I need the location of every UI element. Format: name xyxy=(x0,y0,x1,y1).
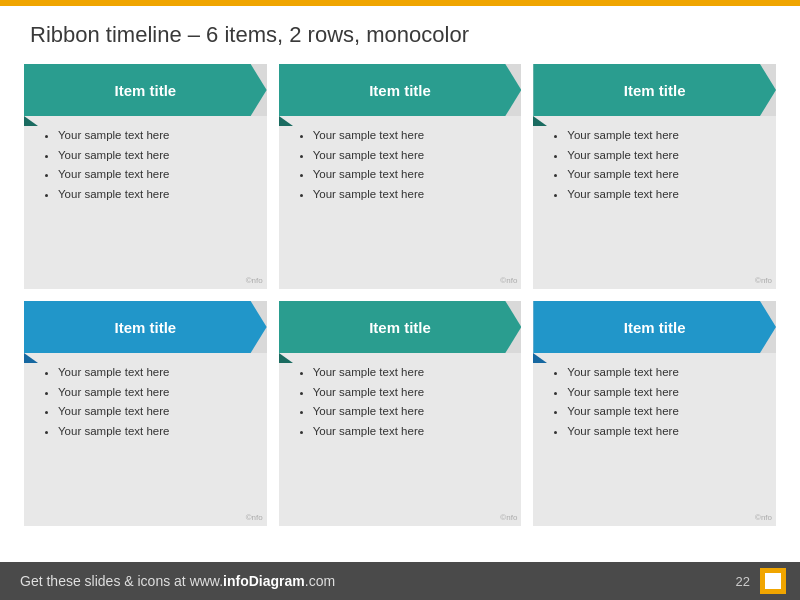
card-4-bullet-1: Your sample text here xyxy=(58,363,253,383)
footer-suffix: .com xyxy=(305,573,335,589)
card-5-bullet-4: Your sample text here xyxy=(313,422,508,442)
card-4-bullet-4: Your sample text here xyxy=(58,422,253,442)
card-5-bullet-2: Your sample text here xyxy=(313,383,508,403)
card-header-wrap-3: Item title xyxy=(533,64,776,116)
footer-prefix: Get these slides & icons at www. xyxy=(20,573,223,589)
footer-page-number: 22 xyxy=(736,574,750,589)
card-body-1: Your sample text hereYour sample text he… xyxy=(24,116,267,289)
card-1-bullet-2: Your sample text here xyxy=(58,146,253,166)
card-title-4: Item title xyxy=(24,301,267,353)
footer-logo-box xyxy=(760,568,786,594)
card-6-bullet-1: Your sample text here xyxy=(567,363,762,383)
card-header-wrap-6: Item title xyxy=(533,301,776,353)
card-2: Item titleYour sample text hereYour samp… xyxy=(279,64,522,289)
card-3-bullet-4: Your sample text here xyxy=(567,185,762,205)
card-5-bullet-1: Your sample text here xyxy=(313,363,508,383)
card-body-5: Your sample text hereYour sample text he… xyxy=(279,353,522,526)
card-2-bullet-1: Your sample text here xyxy=(313,126,508,146)
card-4-bullet-3: Your sample text here xyxy=(58,402,253,422)
card-4: Item titleYour sample text hereYour samp… xyxy=(24,301,267,526)
page-title: Ribbon timeline – 6 items, 2 rows, monoc… xyxy=(0,6,800,58)
footer-brand: infoDiagram xyxy=(223,573,305,589)
cards-grid: Item titleYour sample text hereYour samp… xyxy=(0,58,800,536)
watermark-1: ©nfo xyxy=(246,276,263,285)
card-title-6: Item title xyxy=(533,301,776,353)
card-6: Item titleYour sample text hereYour samp… xyxy=(533,301,776,526)
watermark-5: ©nfo xyxy=(500,513,517,522)
card-1-bullet-4: Your sample text here xyxy=(58,185,253,205)
watermark-4: ©nfo xyxy=(246,513,263,522)
card-header-wrap-5: Item title xyxy=(279,301,522,353)
card-4-bullet-2: Your sample text here xyxy=(58,383,253,403)
footer-right: 22 xyxy=(736,568,786,594)
watermark-6: ©nfo xyxy=(755,513,772,522)
card-3: Item titleYour sample text hereYour samp… xyxy=(533,64,776,289)
card-fold-4 xyxy=(24,353,38,363)
card-1: Item titleYour sample text hereYour samp… xyxy=(24,64,267,289)
card-title-5: Item title xyxy=(279,301,522,353)
card-3-bullet-2: Your sample text here xyxy=(567,146,762,166)
card-fold-1 xyxy=(24,116,38,126)
card-fold-6 xyxy=(533,353,547,363)
watermark-3: ©nfo xyxy=(755,276,772,285)
watermark-2: ©nfo xyxy=(500,276,517,285)
card-header-wrap-4: Item title xyxy=(24,301,267,353)
card-2-bullet-3: Your sample text here xyxy=(313,165,508,185)
card-6-bullet-2: Your sample text here xyxy=(567,383,762,403)
card-fold-3 xyxy=(533,116,547,126)
card-header-wrap-1: Item title xyxy=(24,64,267,116)
footer-logo-inner xyxy=(765,573,781,589)
card-5: Item titleYour sample text hereYour samp… xyxy=(279,301,522,526)
card-6-bullet-3: Your sample text here xyxy=(567,402,762,422)
card-fold-5 xyxy=(279,353,293,363)
card-2-bullet-2: Your sample text here xyxy=(313,146,508,166)
card-1-bullet-3: Your sample text here xyxy=(58,165,253,185)
card-body-3: Your sample text hereYour sample text he… xyxy=(533,116,776,289)
card-title-2: Item title xyxy=(279,64,522,116)
card-5-bullet-3: Your sample text here xyxy=(313,402,508,422)
card-6-bullet-4: Your sample text here xyxy=(567,422,762,442)
card-1-bullet-1: Your sample text here xyxy=(58,126,253,146)
footer-bar: Get these slides & icons at www.infoDiag… xyxy=(0,562,800,600)
card-title-1: Item title xyxy=(24,64,267,116)
card-fold-2 xyxy=(279,116,293,126)
card-3-bullet-1: Your sample text here xyxy=(567,126,762,146)
card-title-3: Item title xyxy=(533,64,776,116)
card-3-bullet-3: Your sample text here xyxy=(567,165,762,185)
card-body-4: Your sample text hereYour sample text he… xyxy=(24,353,267,526)
footer-text: Get these slides & icons at www.infoDiag… xyxy=(20,573,335,589)
card-body-2: Your sample text hereYour sample text he… xyxy=(279,116,522,289)
card-body-6: Your sample text hereYour sample text he… xyxy=(533,353,776,526)
card-header-wrap-2: Item title xyxy=(279,64,522,116)
card-2-bullet-4: Your sample text here xyxy=(313,185,508,205)
